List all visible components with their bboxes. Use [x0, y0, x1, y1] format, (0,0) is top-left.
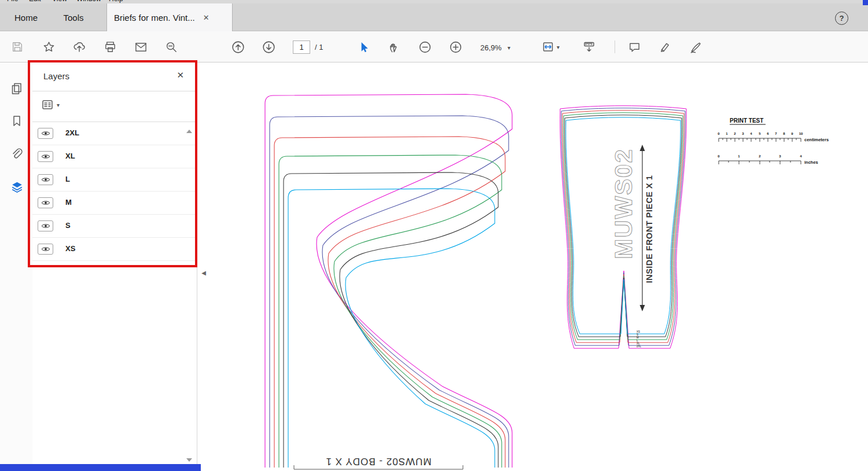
inch-ruler-numbers: 0 1 2 3 4: [718, 154, 802, 158]
favorite-button[interactable]: [38, 39, 59, 55]
tab-bar: Home Tools Briefs for men. Vint... ✕ ?: [0, 3, 868, 31]
chevron-down-icon: ▾: [57, 102, 60, 108]
svg-text:3: 3: [742, 132, 744, 135]
eye-icon: [41, 130, 50, 137]
layer-visibility-toggle[interactable]: [38, 151, 53, 162]
front-piece-label: INSIDE FRONT PIECE X 1: [645, 175, 654, 284]
question-icon: ?: [840, 14, 844, 23]
layer-row[interactable]: M: [32, 192, 197, 215]
attachments-button[interactable]: [9, 146, 24, 161]
hand-tool-button[interactable]: [384, 39, 404, 55]
layer-row[interactable]: XS: [32, 238, 197, 261]
help-button[interactable]: ?: [835, 12, 848, 25]
highlight-button[interactable]: [654, 39, 675, 55]
layer-label: 2XL: [65, 128, 79, 137]
pattern-body-outline-2xl: [265, 94, 512, 468]
layer-visibility-toggle[interactable]: [38, 244, 53, 255]
cloud-upload-button[interactable]: [69, 39, 90, 55]
chevron-down-icon: ▾: [507, 45, 510, 51]
tab-home[interactable]: Home: [5, 3, 47, 31]
zoom-out-button[interactable]: [414, 39, 435, 55]
cm-ruler: [719, 138, 801, 142]
layer-visibility-toggle[interactable]: [38, 197, 53, 208]
zoom-level-value: 26,9%: [480, 43, 502, 52]
page-thumbnails-button[interactable]: [9, 81, 24, 96]
layers-panel-header: Layers ✕: [32, 62, 197, 91]
envelope-icon: [134, 41, 148, 54]
layers-panel: Layers ✕ ▾ 2XL XL L M S: [32, 62, 197, 464]
hand-icon: [388, 41, 401, 54]
svg-text:2: 2: [759, 154, 761, 158]
layers-button[interactable]: [9, 179, 24, 194]
eye-icon: [41, 153, 50, 160]
svg-text:4: 4: [750, 132, 752, 135]
highlighter-icon: [659, 41, 672, 54]
email-button[interactable]: [130, 39, 151, 55]
fill-sign-button[interactable]: [685, 39, 706, 55]
comment-button[interactable]: [624, 39, 645, 55]
menu-edit[interactable]: Edit: [29, 0, 41, 3]
print-button[interactable]: [100, 39, 120, 55]
panel-scroll-down[interactable]: [186, 458, 192, 462]
svg-text:5: 5: [759, 132, 761, 135]
ruler-down-arrow-icon: [582, 40, 596, 54]
tab-document[interactable]: Briefs for men. Vint... ✕: [106, 3, 233, 31]
next-page-button[interactable]: [258, 39, 279, 55]
zoom-level-dropdown[interactable]: 26,9% ▾: [480, 41, 510, 54]
bookmarks-button[interactable]: [9, 113, 24, 128]
paperclip-icon: [10, 147, 24, 161]
pattern-body-outline-m: [279, 155, 502, 468]
save-button[interactable]: [7, 39, 28, 55]
layer-row[interactable]: 2XL: [32, 122, 197, 145]
page-number-input[interactable]: [293, 41, 310, 54]
comment-bubble-icon: [628, 41, 641, 54]
panel-collapse-handle[interactable]: ◀: [199, 264, 208, 281]
marquee-zoom-button[interactable]: [161, 39, 182, 55]
svg-text:6: 6: [767, 132, 769, 135]
tab-tools[interactable]: Tools: [49, 3, 98, 31]
print-test-title: PRINT TEST: [730, 117, 763, 124]
select-tool-button[interactable]: [353, 39, 374, 55]
layer-row[interactable]: XL: [32, 145, 197, 168]
body-piece-label: MUWS02 - BODY X 1: [326, 456, 432, 467]
layer-visibility-toggle[interactable]: [38, 220, 53, 231]
layer-row[interactable]: S: [32, 215, 197, 238]
layer-label: S: [65, 221, 71, 230]
layer-visibility-toggle[interactable]: [38, 128, 53, 139]
menu-window[interactable]: Window: [76, 0, 101, 3]
layer-label: L: [65, 175, 70, 183]
cloud-upload-icon: [72, 40, 86, 54]
svg-text:1: 1: [726, 132, 728, 135]
navigation-rail: [0, 62, 32, 464]
eye-icon: [41, 200, 50, 206]
panel-title: Layers: [43, 71, 69, 81]
menu-file[interactable]: File: [7, 0, 18, 3]
layer-label: M: [65, 198, 72, 207]
magnifier-minus-icon: [165, 41, 178, 54]
pointer-icon: [357, 41, 370, 54]
layer-options-button[interactable]: ▾: [42, 100, 60, 110]
document-tab-label: Briefs for men. Vint...: [114, 13, 195, 23]
panel-scroll-up[interactable]: [186, 130, 192, 133]
list-options-icon: [42, 100, 53, 110]
zoom-in-button[interactable]: [445, 39, 466, 55]
fit-width-icon: [541, 40, 555, 54]
menu-help[interactable]: Help: [109, 0, 123, 3]
close-icon[interactable]: ✕: [203, 13, 209, 22]
print-test-block: PRINT TEST 0 1 2 3 4 5 6 7 8 9 10 centim…: [718, 117, 829, 165]
svg-text:0: 0: [718, 132, 720, 135]
layer-label: XL: [65, 152, 75, 160]
menu-view[interactable]: View: [52, 0, 67, 3]
page-fit-dropdown[interactable]: ▾: [537, 39, 564, 55]
pages-icon: [10, 82, 24, 95]
layer-visibility-toggle[interactable]: [38, 174, 53, 185]
taskbar-strip: [0, 464, 201, 471]
tab-home-label: Home: [14, 13, 38, 23]
eye-icon: [41, 223, 50, 229]
close-icon[interactable]: ✕: [176, 70, 184, 80]
page-display-button[interactable]: [579, 39, 599, 55]
previous-page-button[interactable]: [227, 39, 248, 55]
eye-icon: [41, 176, 50, 183]
layers-options-row: ▾: [32, 91, 197, 122]
layer-row[interactable]: L: [32, 168, 197, 192]
